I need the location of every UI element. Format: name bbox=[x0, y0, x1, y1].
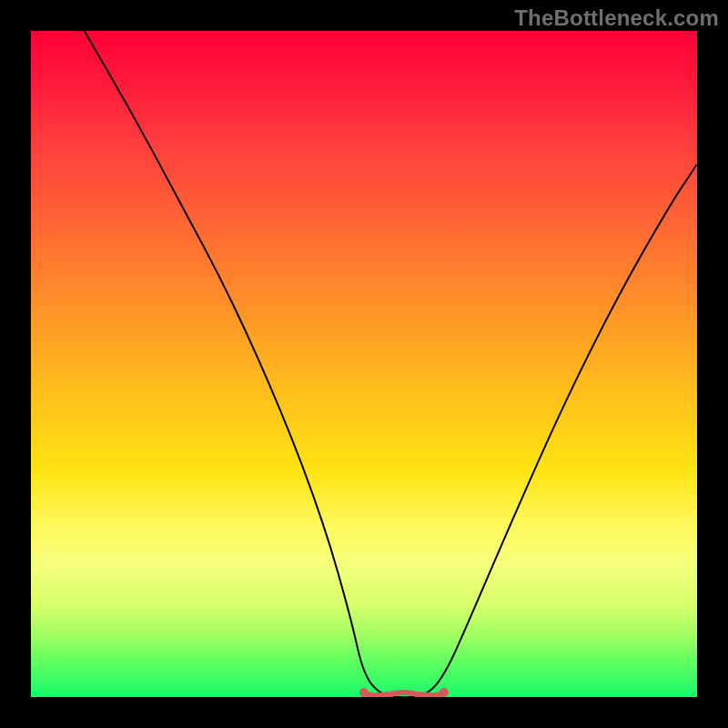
bottleneck-trough-marker bbox=[364, 693, 444, 695]
chart-frame: TheBottleneck.com bbox=[0, 0, 728, 728]
plot-area bbox=[31, 31, 697, 697]
attribution-label: TheBottleneck.com bbox=[514, 5, 719, 31]
bottleneck-curve-svg bbox=[31, 31, 697, 697]
trough-endpoint-left bbox=[359, 688, 369, 697]
bottleneck-curve-line bbox=[85, 31, 697, 697]
trough-endpoint-right bbox=[440, 688, 449, 697]
